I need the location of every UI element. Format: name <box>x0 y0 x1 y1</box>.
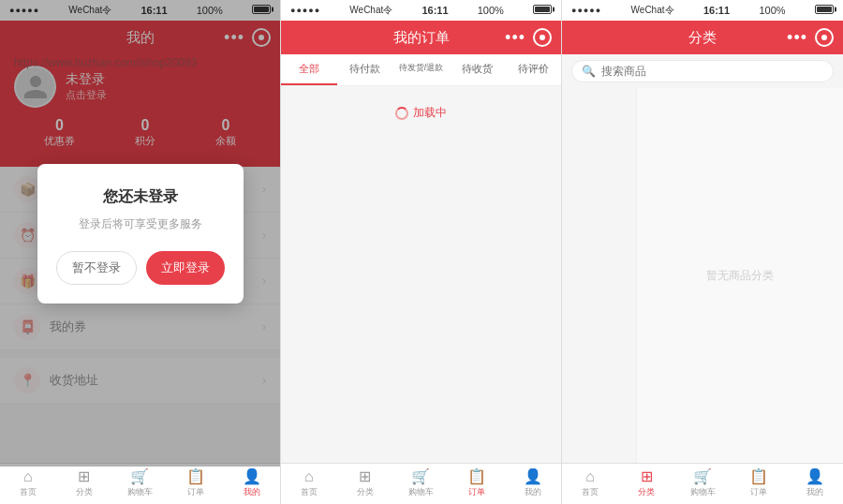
nav-category-3[interactable]: ⊞ 分类 <box>618 464 674 504</box>
tab-all[interactable]: 全部 <box>281 54 337 85</box>
nav-home-label-1: 首页 <box>20 486 37 498</box>
target-icon-2[interactable] <box>533 28 552 47</box>
status-bar-3: ●●●●● WeChat令 16:11 100% <box>562 0 843 21</box>
tab-pending-pay[interactable]: 待付款 <box>337 54 393 85</box>
nav-bar-3: 分类 ••• <box>562 21 843 54</box>
nav-home-3[interactable]: ⌂ 首页 <box>562 464 618 504</box>
nav-order-2[interactable]: 📋 订单 <box>449 464 505 504</box>
nav-cart-label-2: 购物车 <box>408 486 434 498</box>
nav-cart-2[interactable]: 🛒 购物车 <box>393 464 450 504</box>
status-bar-2: ●●●●● WeChat令 16:11 100% <box>281 0 561 21</box>
search-input-wrap: 🔍 <box>571 60 834 82</box>
nav-order-3[interactable]: 📋 订单 <box>731 464 787 504</box>
cart-icon-3: 🛒 <box>693 469 712 484</box>
nav-mine-1[interactable]: 👤 我的 <box>224 464 280 504</box>
order-icon-1: 📋 <box>186 469 205 484</box>
category-icon-3: ⊞ <box>641 469 653 484</box>
bottom-nav-2: ⌂ 首页 ⊞ 分类 🛒 购物车 📋 订单 👤 我的 <box>281 463 561 504</box>
time-3: 16:11 <box>703 5 730 16</box>
panel-mine: ●●●●● WeChat令 16:11 100% 我的 ••• 未登录 点击登录… <box>0 0 281 504</box>
carrier-3: WeChat令 <box>631 4 674 17</box>
nav-category-label-1: 分类 <box>76 486 93 498</box>
nav-mine-2[interactable]: 👤 我的 <box>505 464 561 504</box>
bottom-nav-1: ⌂ 首页 ⊞ 分类 🛒 购物车 📋 订单 👤 我的 <box>0 463 280 504</box>
target-icon-3[interactable] <box>815 28 834 47</box>
more-dots-3[interactable]: ••• <box>787 28 807 48</box>
category-sidebar <box>562 88 637 463</box>
search-icon: 🔍 <box>582 65 596 78</box>
tab-pending-ship[interactable]: 待发货/退款 <box>393 54 450 85</box>
nav-cart-3[interactable]: 🛒 购物车 <box>674 464 731 504</box>
nav-cart-label-3: 购物车 <box>690 486 716 498</box>
tab-pending-review[interactable]: 待评价 <box>505 54 561 85</box>
cart-icon-2: 🛒 <box>411 469 430 484</box>
nav-mine-label-1: 我的 <box>244 486 260 498</box>
nav-bar-2: 我的订单 ••• <box>281 21 561 54</box>
battery-icon-2 <box>533 5 552 16</box>
dialog-buttons: 暂不登录 立即登录 <box>56 251 225 285</box>
nav-order-1[interactable]: 📋 订单 <box>168 464 224 504</box>
nav-mine-label-3: 我的 <box>806 486 823 498</box>
nav-home-1[interactable]: ⌂ 首页 <box>0 464 56 504</box>
battery-pct-2: 100% <box>478 5 504 16</box>
login-dialog: 您还未登录 登录后将可享受更多服务 暂不登录 立即登录 <box>37 164 244 304</box>
nav-category-2[interactable]: ⊞ 分类 <box>337 464 393 504</box>
home-icon-1: ⌂ <box>23 469 33 484</box>
order-icon-2: 📋 <box>467 469 486 484</box>
nav-order-label-3: 订单 <box>750 486 767 498</box>
empty-category-text: 暂无商品分类 <box>706 268 774 284</box>
cart-icon-1: 🛒 <box>130 469 149 484</box>
mine-icon-3: 👤 <box>806 469 824 484</box>
cancel-login-button[interactable]: 暂不登录 <box>56 251 137 285</box>
nav-cart-1[interactable]: 🛒 购物车 <box>112 464 169 504</box>
nav-mine-label-2: 我的 <box>525 486 541 498</box>
nav-category-label-3: 分类 <box>638 486 655 498</box>
category-main: 暂无商品分类 <box>562 88 843 463</box>
carrier-2: WeChat令 <box>349 4 392 17</box>
home-icon-2: ⌂ <box>304 469 314 484</box>
category-icon-2: ⊞ <box>359 469 371 484</box>
nav-cart-label-1: 购物车 <box>127 486 153 498</box>
spinner-icon <box>395 107 408 120</box>
mine-icon-1: 👤 <box>243 469 261 484</box>
search-input[interactable] <box>601 65 823 78</box>
more-dots-2[interactable]: ••• <box>505 28 525 48</box>
nav-title-2: 我的订单 <box>393 29 450 47</box>
nav-order-label-1: 订单 <box>187 486 204 498</box>
dialog-subtitle: 登录后将可享受更多服务 <box>56 216 225 232</box>
nav-home-label-3: 首页 <box>582 486 599 498</box>
loading-area: 加载中 <box>281 86 561 463</box>
nav-category-1[interactable]: ⊞ 分类 <box>56 464 112 504</box>
category-content: 暂无商品分类 <box>637 88 843 463</box>
nav-home-label-2: 首页 <box>301 486 318 498</box>
battery-pct-3: 100% <box>759 5 785 16</box>
nav-order-label-2: 订单 <box>468 486 485 498</box>
battery-icon-3 <box>815 5 834 16</box>
order-tabs: 全部 待付款 待发货/退款 待收货 待评价 <box>281 54 561 86</box>
panel-orders: ●●●●● WeChat令 16:11 100% 我的订单 ••• 全部 待付款… <box>281 0 562 504</box>
search-bar: 🔍 <box>562 54 843 88</box>
signal-2: ●●●●● <box>290 6 320 15</box>
nav-title-3: 分类 <box>688 29 717 47</box>
dialog-title: 您还未登录 <box>56 187 225 207</box>
time-2: 16:11 <box>422 5 448 16</box>
dialog-overlay: 您还未登录 登录后将可享受更多服务 暂不登录 立即登录 <box>0 0 280 467</box>
panel-category: ●●●●● WeChat令 16:11 100% 分类 ••• 🔍 暂无商品分类… <box>562 0 843 504</box>
home-icon-3: ⌂ <box>585 469 595 484</box>
confirm-login-button[interactable]: 立即登录 <box>146 251 225 285</box>
nav-mine-3[interactable]: 👤 我的 <box>787 464 843 504</box>
tab-pending-receive[interactable]: 待收货 <box>449 54 505 85</box>
category-icon-1: ⊞ <box>78 469 90 484</box>
nav-category-label-2: 分类 <box>357 486 374 498</box>
order-icon-3: 📋 <box>749 469 768 484</box>
signal-3: ●●●●● <box>571 6 601 15</box>
loading-text: 加载中 <box>413 105 447 121</box>
mine-icon-2: 👤 <box>524 469 542 484</box>
bottom-nav-3: ⌂ 首页 ⊞ 分类 🛒 购物车 📋 订单 👤 我的 <box>562 463 843 504</box>
nav-home-2[interactable]: ⌂ 首页 <box>281 464 337 504</box>
loading-spinner: 加载中 <box>395 105 447 121</box>
